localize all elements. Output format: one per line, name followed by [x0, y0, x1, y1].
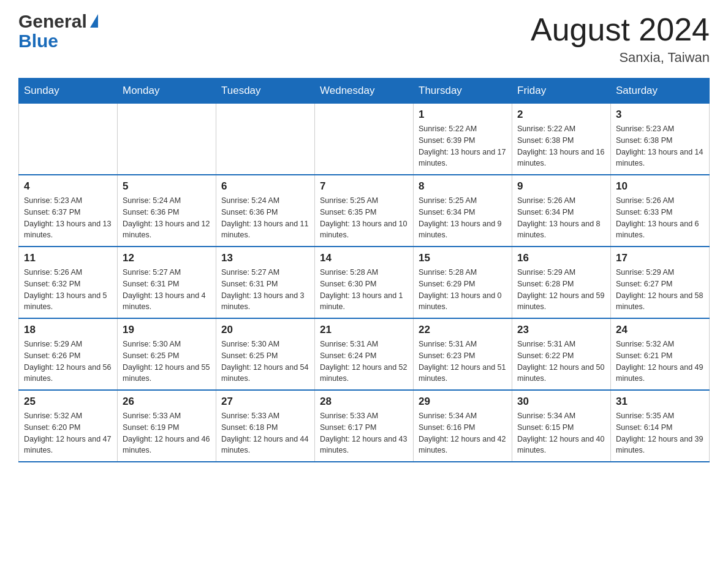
- calendar-cell: 8Sunrise: 5:25 AM Sunset: 6:34 PM Daylig…: [414, 175, 512, 247]
- weekday-header-monday: Monday: [118, 79, 216, 104]
- weekday-header-tuesday: Tuesday: [216, 79, 315, 104]
- day-info: Sunrise: 5:30 AM Sunset: 6:25 PM Dayligh…: [123, 339, 211, 385]
- day-info: Sunrise: 5:24 AM Sunset: 6:36 PM Dayligh…: [123, 195, 211, 241]
- calendar-cell: 16Sunrise: 5:29 AM Sunset: 6:28 PM Dayli…: [512, 247, 611, 318]
- day-number: 25: [24, 396, 112, 408]
- day-info: Sunrise: 5:29 AM Sunset: 6:28 PM Dayligh…: [517, 267, 605, 313]
- calendar-cell: 3Sunrise: 5:23 AM Sunset: 6:38 PM Daylig…: [611, 104, 710, 175]
- calendar-week-row: 4Sunrise: 5:23 AM Sunset: 6:37 PM Daylig…: [19, 175, 710, 247]
- day-info: Sunrise: 5:33 AM Sunset: 6:18 PM Dayligh…: [221, 410, 309, 456]
- day-info: Sunrise: 5:31 AM Sunset: 6:24 PM Dayligh…: [320, 339, 408, 385]
- day-number: 5: [123, 180, 211, 193]
- calendar-cell: [216, 104, 315, 175]
- calendar-cell: 24Sunrise: 5:32 AM Sunset: 6:21 PM Dayli…: [611, 318, 710, 390]
- day-info: Sunrise: 5:22 AM Sunset: 6:39 PM Dayligh…: [419, 123, 507, 169]
- calendar-week-row: 18Sunrise: 5:29 AM Sunset: 6:26 PM Dayli…: [19, 318, 710, 390]
- day-info: Sunrise: 5:35 AM Sunset: 6:14 PM Dayligh…: [616, 410, 704, 456]
- calendar-cell: 17Sunrise: 5:29 AM Sunset: 6:27 PM Dayli…: [611, 247, 710, 318]
- day-info: Sunrise: 5:31 AM Sunset: 6:22 PM Dayligh…: [517, 339, 605, 385]
- day-number: 24: [616, 324, 704, 336]
- day-info: Sunrise: 5:27 AM Sunset: 6:31 PM Dayligh…: [221, 267, 309, 313]
- day-info: Sunrise: 5:32 AM Sunset: 6:21 PM Dayligh…: [616, 339, 704, 385]
- day-number: 15: [419, 252, 507, 264]
- day-info: Sunrise: 5:25 AM Sunset: 6:35 PM Dayligh…: [320, 195, 408, 241]
- day-info: Sunrise: 5:28 AM Sunset: 6:30 PM Dayligh…: [320, 267, 408, 313]
- day-number: 28: [320, 396, 408, 408]
- day-number: 26: [123, 396, 211, 408]
- day-info: Sunrise: 5:27 AM Sunset: 6:31 PM Dayligh…: [123, 267, 211, 313]
- day-info: Sunrise: 5:31 AM Sunset: 6:23 PM Dayligh…: [419, 339, 507, 385]
- day-number: 23: [517, 324, 605, 336]
- calendar-cell: 31Sunrise: 5:35 AM Sunset: 6:14 PM Dayli…: [611, 390, 710, 462]
- calendar-cell: 20Sunrise: 5:30 AM Sunset: 6:25 PM Dayli…: [216, 318, 315, 390]
- day-info: Sunrise: 5:34 AM Sunset: 6:16 PM Dayligh…: [419, 410, 507, 456]
- calendar-week-row: 1Sunrise: 5:22 AM Sunset: 6:39 PM Daylig…: [19, 104, 710, 175]
- calendar-cell: [118, 104, 216, 175]
- day-info: Sunrise: 5:34 AM Sunset: 6:15 PM Dayligh…: [517, 410, 605, 456]
- day-number: 7: [320, 180, 408, 193]
- day-number: 21: [320, 324, 408, 336]
- day-number: 11: [24, 252, 112, 264]
- calendar-cell: 14Sunrise: 5:28 AM Sunset: 6:30 PM Dayli…: [315, 247, 414, 318]
- day-info: Sunrise: 5:29 AM Sunset: 6:26 PM Dayligh…: [24, 339, 112, 385]
- day-number: 6: [221, 180, 309, 193]
- calendar-cell: 11Sunrise: 5:26 AM Sunset: 6:32 PM Dayli…: [19, 247, 118, 318]
- calendar-cell: 15Sunrise: 5:28 AM Sunset: 6:29 PM Dayli…: [414, 247, 512, 318]
- calendar-cell: 7Sunrise: 5:25 AM Sunset: 6:35 PM Daylig…: [315, 175, 414, 247]
- calendar-cell: 29Sunrise: 5:34 AM Sunset: 6:16 PM Dayli…: [414, 390, 512, 462]
- calendar-cell: 28Sunrise: 5:33 AM Sunset: 6:17 PM Dayli…: [315, 390, 414, 462]
- logo: General Blue: [18, 12, 98, 52]
- calendar-cell: 1Sunrise: 5:22 AM Sunset: 6:39 PM Daylig…: [414, 104, 512, 175]
- calendar-cell: 27Sunrise: 5:33 AM Sunset: 6:18 PM Dayli…: [216, 390, 315, 462]
- logo-triangle-icon: [90, 14, 98, 28]
- calendar-cell: 9Sunrise: 5:26 AM Sunset: 6:34 PM Daylig…: [512, 175, 611, 247]
- day-info: Sunrise: 5:30 AM Sunset: 6:25 PM Dayligh…: [221, 339, 309, 385]
- day-number: 8: [419, 180, 507, 193]
- calendar-table: SundayMondayTuesdayWednesdayThursdayFrid…: [18, 78, 710, 462]
- calendar-cell: 2Sunrise: 5:22 AM Sunset: 6:38 PM Daylig…: [512, 104, 611, 175]
- calendar-cell: [315, 104, 414, 175]
- day-info: Sunrise: 5:22 AM Sunset: 6:38 PM Dayligh…: [517, 123, 605, 169]
- day-number: 20: [221, 324, 309, 336]
- weekday-header-sunday: Sunday: [19, 79, 118, 104]
- calendar-cell: 10Sunrise: 5:26 AM Sunset: 6:33 PM Dayli…: [611, 175, 710, 247]
- day-number: 18: [24, 324, 112, 336]
- day-number: 31: [616, 396, 704, 408]
- calendar-cell: 30Sunrise: 5:34 AM Sunset: 6:15 PM Dayli…: [512, 390, 611, 462]
- calendar-cell: 12Sunrise: 5:27 AM Sunset: 6:31 PM Dayli…: [118, 247, 216, 318]
- day-info: Sunrise: 5:26 AM Sunset: 6:33 PM Dayligh…: [616, 195, 704, 241]
- day-number: 17: [616, 252, 704, 264]
- calendar-cell: 5Sunrise: 5:24 AM Sunset: 6:36 PM Daylig…: [118, 175, 216, 247]
- day-number: 9: [517, 180, 605, 193]
- day-number: 10: [616, 180, 704, 193]
- calendar-cell: 25Sunrise: 5:32 AM Sunset: 6:20 PM Dayli…: [19, 390, 118, 462]
- weekday-header-row: SundayMondayTuesdayWednesdayThursdayFrid…: [19, 79, 710, 104]
- calendar-week-row: 11Sunrise: 5:26 AM Sunset: 6:32 PM Dayli…: [19, 247, 710, 318]
- day-info: Sunrise: 5:33 AM Sunset: 6:19 PM Dayligh…: [123, 410, 211, 456]
- day-number: 4: [24, 180, 112, 193]
- calendar-cell: 26Sunrise: 5:33 AM Sunset: 6:19 PM Dayli…: [118, 390, 216, 462]
- weekday-header-wednesday: Wednesday: [315, 79, 414, 104]
- calendar-cell: [19, 104, 118, 175]
- weekday-header-saturday: Saturday: [611, 79, 710, 104]
- page-header: General Blue August 2024 Sanxia, Taiwan: [18, 12, 710, 66]
- day-number: 29: [419, 396, 507, 408]
- weekday-header-thursday: Thursday: [414, 79, 512, 104]
- day-info: Sunrise: 5:29 AM Sunset: 6:27 PM Dayligh…: [616, 267, 704, 313]
- day-number: 3: [616, 109, 704, 121]
- logo-blue-text: Blue: [18, 31, 58, 51]
- day-info: Sunrise: 5:26 AM Sunset: 6:32 PM Dayligh…: [24, 267, 112, 313]
- day-number: 12: [123, 252, 211, 264]
- day-number: 13: [221, 252, 309, 264]
- calendar-week-row: 25Sunrise: 5:32 AM Sunset: 6:20 PM Dayli…: [19, 390, 710, 462]
- calendar-cell: 6Sunrise: 5:24 AM Sunset: 6:36 PM Daylig…: [216, 175, 315, 247]
- day-info: Sunrise: 5:25 AM Sunset: 6:34 PM Dayligh…: [419, 195, 507, 241]
- calendar-cell: 21Sunrise: 5:31 AM Sunset: 6:24 PM Dayli…: [315, 318, 414, 390]
- calendar-cell: 13Sunrise: 5:27 AM Sunset: 6:31 PM Dayli…: [216, 247, 315, 318]
- day-number: 27: [221, 396, 309, 408]
- title-area: August 2024 Sanxia, Taiwan: [531, 12, 710, 66]
- day-info: Sunrise: 5:23 AM Sunset: 6:38 PM Dayligh…: [616, 123, 704, 169]
- day-number: 22: [419, 324, 507, 336]
- calendar-cell: 23Sunrise: 5:31 AM Sunset: 6:22 PM Dayli…: [512, 318, 611, 390]
- calendar-cell: 4Sunrise: 5:23 AM Sunset: 6:37 PM Daylig…: [19, 175, 118, 247]
